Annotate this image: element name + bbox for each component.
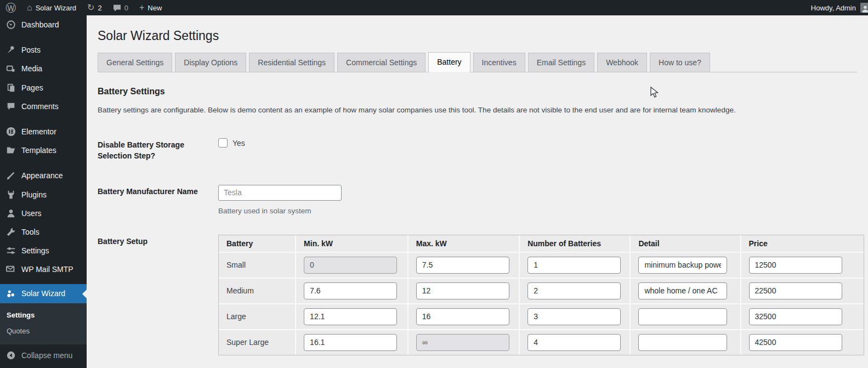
tab-battery[interactable]: Battery	[428, 52, 470, 72]
sidebar-item-users[interactable]: Users	[0, 204, 87, 223]
sidebar-item-posts[interactable]: Posts	[0, 41, 87, 59]
admin-sidebar: Dashboard Posts Media Pages Comments Ele…	[0, 15, 87, 368]
sidebar-item-appearance[interactable]: Appearance	[0, 166, 87, 185]
table-row-medium: Medium	[219, 279, 864, 304]
sidebar-item-elementor[interactable]: Elementor	[0, 122, 87, 141]
price-input[interactable]	[749, 334, 842, 351]
folder-icon	[6, 145, 16, 155]
detail-input[interactable]	[638, 282, 727, 299]
sidebar-item-label: Dashboard	[21, 20, 59, 30]
max-kw-input[interactable]	[416, 308, 509, 325]
plus-icon: +	[139, 3, 144, 12]
sidebar-item-dashboard[interactable]: Dashboard	[0, 15, 87, 34]
submenu-item-quotes[interactable]: Quotes	[0, 323, 87, 339]
sidebar-item-plugins[interactable]: Plugins	[0, 185, 87, 204]
detail-input[interactable]	[638, 334, 727, 351]
user-avatar[interactable]	[860, 3, 868, 13]
plug-icon	[6, 190, 16, 200]
main-content: Solar Wizard Settings General Settings D…	[87, 15, 868, 368]
tab-general-settings[interactable]: General Settings	[98, 53, 172, 72]
wordpress-menu-button[interactable]: Ⓦ	[0, 0, 21, 15]
user-icon	[6, 208, 16, 218]
solar-wizard-submenu: Settings Quotes	[0, 303, 87, 344]
sidebar-item-media[interactable]: Media	[0, 59, 87, 78]
col-header-price: Price	[741, 235, 864, 253]
brush-icon	[6, 171, 16, 180]
table-row-large: Large	[219, 304, 864, 330]
manufacturer-row: Battery Manufacturer Name Battery used i…	[98, 185, 857, 215]
sidebar-item-settings[interactable]: Settings	[0, 241, 87, 260]
min-kw-input[interactable]	[304, 308, 397, 325]
min-kw-input[interactable]	[304, 282, 397, 299]
battery-count-input[interactable]	[527, 257, 621, 274]
sidebar-item-label: Elementor	[21, 127, 56, 137]
updates-link[interactable]: ↻ 2	[82, 0, 107, 15]
home-icon: ⌂	[27, 3, 32, 12]
tab-webhook[interactable]: Webhook	[597, 53, 647, 72]
sidebar-item-label: Solar Wizard	[21, 288, 65, 298]
sidebar-item-label: Plugins	[21, 190, 47, 200]
tab-incentives[interactable]: Incentives	[473, 53, 525, 72]
sidebar-item-wp-mail-smtp[interactable]: WP Mail SMTP	[0, 260, 87, 279]
battery-count-input[interactable]	[527, 282, 621, 299]
tab-display-options[interactable]: Display Options	[175, 53, 246, 72]
sidebar-item-label: Comments	[21, 101, 59, 111]
sidebar-item-templates[interactable]: Templates	[0, 141, 87, 160]
min-kw-input	[304, 257, 397, 274]
battery-size-label: Medium	[219, 279, 296, 304]
sidebar-item-label: Appearance	[21, 171, 63, 180]
battery-size-label: Large	[219, 304, 296, 330]
section-description: Battery settings are configurable. Below…	[98, 106, 857, 114]
new-content-link[interactable]: + New	[134, 0, 167, 15]
howdy-text[interactable]: Howdy, Admin	[811, 4, 856, 12]
sidebar-item-tools[interactable]: Tools	[0, 223, 87, 241]
wordpress-logo-icon: Ⓦ	[5, 3, 16, 13]
min-kw-input[interactable]	[304, 334, 397, 351]
detail-input[interactable]	[638, 308, 727, 325]
pages-icon	[6, 83, 16, 93]
submenu-item-settings[interactable]: Settings	[0, 307, 87, 323]
camera-icon	[6, 64, 16, 73]
price-input[interactable]	[749, 282, 842, 299]
battery-count-input[interactable]	[527, 308, 621, 325]
site-name-link[interactable]: ⌂ Solar Wizard	[21, 0, 82, 15]
battery-size-label: Small	[219, 253, 296, 279]
collapse-menu-label: Collapse menu	[21, 350, 72, 360]
updates-icon: ↻	[87, 3, 94, 12]
battery-setup-label: Battery Setup	[98, 235, 218, 247]
site-name: Solar Wizard	[36, 4, 76, 12]
sidebar-item-pages[interactable]: Pages	[0, 78, 87, 97]
disable-battery-label: Disable Battery Storage Selection Step?	[98, 138, 218, 162]
tab-email-settings[interactable]: Email Settings	[528, 53, 594, 72]
collapse-arrow-icon	[6, 350, 16, 360]
max-kw-input[interactable]	[416, 257, 509, 274]
manufacturer-input[interactable]	[218, 185, 342, 201]
max-kw-input[interactable]	[416, 282, 509, 299]
comments-count: 0	[124, 4, 128, 12]
price-input[interactable]	[749, 257, 842, 274]
sidebar-item-comments[interactable]: Comments	[0, 97, 87, 116]
battery-count-input[interactable]	[527, 334, 621, 351]
person-icon	[861, 5, 868, 13]
comment-bubble-icon	[113, 4, 121, 12]
col-header-number: Number of Batteries	[520, 235, 631, 253]
wrench-icon	[6, 227, 16, 237]
circles-icon	[6, 289, 16, 299]
dashboard-icon	[6, 20, 16, 30]
sidebar-item-solar-wizard[interactable]: Solar Wizard	[0, 284, 87, 303]
tab-commercial-settings[interactable]: Commercial Settings	[337, 53, 426, 72]
collapse-menu-button[interactable]: Collapse menu	[0, 346, 87, 365]
price-input[interactable]	[749, 308, 842, 325]
disable-battery-row: Disable Battery Storage Selection Step? …	[98, 138, 857, 162]
new-label: New	[147, 4, 162, 12]
col-header-detail: Detail	[631, 235, 741, 253]
detail-input[interactable]	[638, 257, 727, 274]
disable-battery-checkbox[interactable]	[218, 138, 228, 148]
col-header-max-kw: Max. kW	[409, 235, 520, 253]
tab-how-to-use[interactable]: How to use?	[650, 53, 710, 72]
sidebar-item-label: Media	[21, 64, 42, 73]
updates-count: 2	[98, 4, 102, 12]
comments-link[interactable]: 0	[107, 0, 134, 15]
tab-residential-settings[interactable]: Residential Settings	[249, 53, 334, 72]
comment-icon	[6, 101, 16, 111]
